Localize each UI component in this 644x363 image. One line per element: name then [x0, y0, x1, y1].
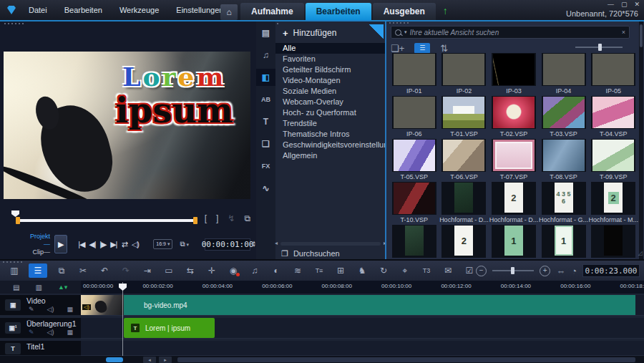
library-item[interactable]: IP-06 — [389, 96, 439, 139]
speaker-icon[interactable]: ◁) — [47, 329, 54, 336]
thumbnail[interactable] — [443, 97, 484, 128]
next-frame-button[interactable]: |▶ — [97, 240, 108, 249]
flag-icon[interactable] — [369, 24, 384, 39]
category-geschwindigkeitsvoreinstellungen[interactable]: Geschwindigkeitsvoreinstellungen — [275, 140, 385, 150]
category-hoch-zu-querformat[interactable]: Hoch- zu Querformat — [275, 107, 385, 118]
scrubber-playhead[interactable] — [11, 210, 19, 217]
auto-music-icon[interactable]: ♫ — [248, 263, 262, 278]
go-end-button[interactable]: ▶| — [108, 240, 119, 249]
undo-icon[interactable]: ↶ — [97, 263, 112, 278]
minimize-button[interactable]: — — [608, 1, 614, 8]
scroll-indicator[interactable] — [106, 357, 123, 362]
track-options-icon[interactable]: ▥ — [35, 284, 42, 291]
scroll-left-icon[interactable]: ◂ — [275, 240, 278, 246]
thumbnail[interactable]: 1 — [504, 226, 524, 257]
library-item[interactable]: IP-03 — [489, 53, 539, 96]
thumbnail[interactable] — [592, 140, 634, 171]
library-item[interactable] — [588, 225, 638, 259]
proxy-screen-icon[interactable]: ▭ — [162, 263, 176, 278]
thumbnail[interactable] — [394, 140, 435, 171]
thumbnail[interactable] — [493, 54, 535, 85]
slider-knob[interactable] — [511, 267, 514, 274]
menu-werkzeuge[interactable]: Werkzeuge — [111, 6, 167, 14]
trim-marker-icon[interactable]: ⇥ — [140, 263, 155, 278]
browse-button[interactable]: ❐ Durchsuchen — [275, 248, 385, 259]
track-header-title[interactable]: T Titel1 — [0, 341, 81, 356]
zoom-out-icon[interactable]: − — [476, 266, 487, 276]
thumbnail[interactable] — [603, 226, 623, 257]
panel-grip[interactable] — [4, 23, 26, 24]
library-item[interactable]: IP-05 — [588, 53, 638, 96]
library-item[interactable]: 2Hochformat - D... — [489, 182, 539, 225]
media-library-icon[interactable]: ▤ — [256, 24, 275, 42]
stop-motion-icon[interactable]: ♞ — [355, 263, 369, 278]
panel-grip[interactable] — [389, 22, 411, 24]
library-item[interactable]: 1 — [539, 225, 589, 259]
scrollbar-thumb[interactable] — [640, 24, 643, 47]
timeline-view-icon[interactable]: ☰ — [29, 263, 47, 278]
copy-icon[interactable]: ⧉ — [54, 263, 69, 278]
time-remapping-icon[interactable]: ↻ — [376, 263, 391, 278]
multitrim-icon[interactable]: ✂ — [76, 263, 90, 278]
thumbnail[interactable] — [394, 54, 435, 85]
library-item[interactable]: IP-04 — [539, 53, 589, 96]
scroll-left-button[interactable]: ◂ — [143, 357, 156, 363]
thumbnail[interactable] — [493, 97, 535, 128]
track-lane-overlay[interactable]: T Lorem | ipsum — [81, 318, 644, 339]
preview-video[interactable]: Lorem ipsum — [4, 52, 250, 199]
preview-timecode[interactable]: 00:00:01:00 — [205, 238, 250, 251]
trim-out-handle[interactable] — [193, 217, 197, 224]
search-input[interactable] — [407, 29, 622, 37]
thumbnail[interactable] — [394, 183, 435, 214]
motion-path-library-icon[interactable]: ∿ — [256, 180, 275, 197]
track-header-video[interactable]: ▣ Video ✎ ◁) ▦ — [0, 295, 81, 316]
tab-aufnahme[interactable]: Aufnahme — [240, 3, 304, 20]
track-lane-video[interactable]: bg-video.mp4 ◁) — [81, 295, 644, 316]
sort-icon[interactable]: ⇅ — [440, 44, 448, 53]
preview-title-line1[interactable]: Lorem — [122, 62, 225, 92]
library-item[interactable]: T-09.VSP — [588, 139, 638, 182]
storyboard-view-icon[interactable]: ▥ — [7, 263, 21, 278]
scroll-right-button[interactable]: ▸ — [159, 357, 172, 363]
thumbnail[interactable]: 1 — [554, 226, 574, 257]
library-item[interactable]: T-02.VSP — [489, 96, 539, 139]
category-hscrollbar[interactable]: ◂ ▸ — [280, 242, 381, 246]
thumbnail[interactable]: 2 — [504, 183, 524, 214]
timeline-ruler[interactable]: ▤ ▥ ▲▾ 00:00:00:0000:00:02:0000:00:04:00… — [0, 281, 644, 294]
mode-clip-label[interactable]: Clip— — [30, 248, 50, 256]
tab-ausgeben[interactable]: Ausgeben — [373, 3, 436, 20]
category-allgemein[interactable]: Allgemein — [275, 150, 385, 161]
redo-icon[interactable]: ↷ — [119, 263, 133, 278]
maximize-button[interactable]: ▢ — [621, 1, 628, 8]
slider-knob[interactable] — [598, 44, 602, 51]
thumbnail[interactable] — [404, 226, 424, 257]
fit-project-icon[interactable]: ⇔ — [556, 266, 565, 276]
library-item[interactable] — [389, 225, 439, 259]
ripple-edit-icon[interactable]: ⇆ — [183, 263, 197, 278]
prev-frame-button[interactable]: ◀| — [87, 240, 97, 249]
thumbnail[interactable]: 2 — [603, 183, 623, 214]
add-track-icon[interactable]: ▲▾ — [58, 284, 67, 291]
video-clip-thumbnail[interactable]: ◁) — [81, 295, 124, 315]
motion-tracking-icon[interactable]: ⌖ — [398, 263, 412, 278]
library-item[interactable]: IP-02 — [439, 53, 489, 96]
thumbnail[interactable] — [592, 54, 634, 85]
library-item[interactable]: T-07.VSP — [489, 139, 539, 182]
update-arrow-icon[interactable]: ↑ — [443, 5, 448, 16]
trim-in-handle[interactable] — [16, 217, 20, 224]
category-soziale-medien[interactable]: Soziale Medien — [275, 86, 385, 97]
panel-grip[interactable] — [3, 261, 24, 263]
thumbnail[interactable] — [543, 140, 585, 171]
category-geteilter-bildschirm[interactable]: Geteilter Bildschirm — [275, 64, 385, 75]
sound-mixer-icon[interactable]: ≋ — [291, 263, 305, 278]
category-thematische-intros[interactable]: Thematische Intros — [275, 129, 385, 140]
category-trendstile[interactable]: Trendstile — [275, 118, 385, 129]
category-alle[interactable]: Alle — [275, 43, 385, 54]
speaker-icon[interactable]: ◁) — [47, 306, 54, 313]
thumbnail[interactable] — [443, 140, 484, 171]
3d-title-editor-icon[interactable]: T3 — [419, 263, 434, 278]
preview-zoom-button[interactable]: ⧉▾ — [180, 240, 189, 248]
split-clip-button[interactable]: ↯ — [228, 213, 235, 223]
library-item[interactable]: 2 — [439, 225, 489, 259]
mode-project-label[interactable]: Projekt— — [30, 233, 50, 248]
